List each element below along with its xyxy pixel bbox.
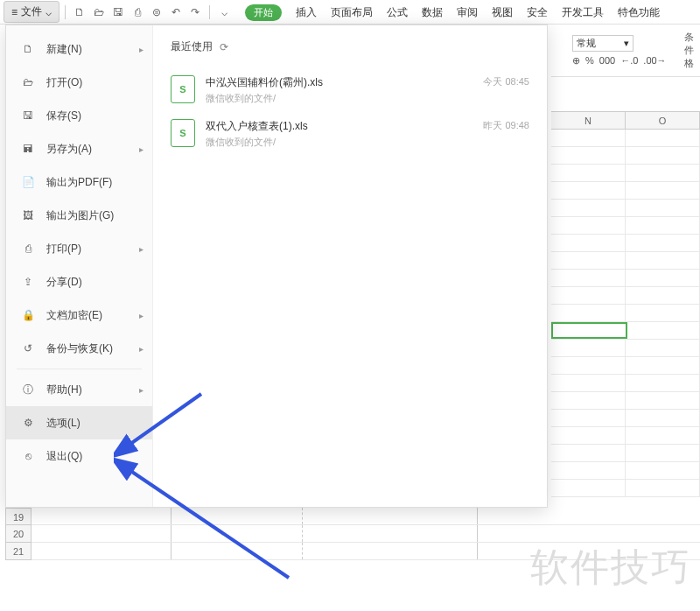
comma-icon[interactable]: 000 <box>599 55 615 67</box>
file-menu-panel: 🗋 新建(N) ▸ 🗁 打开(O) 🖫 保存(S) 🖬 另存为(A) ▸ 📄 输… <box>5 25 548 508</box>
save-icon: 🖫 <box>20 108 36 123</box>
menu-new[interactable]: 🗋 新建(N) ▸ <box>6 32 152 66</box>
percent-icon[interactable]: % <box>585 55 594 67</box>
file-path: 微信收到的文件/ <box>206 92 472 105</box>
recent-file-item[interactable]: S 中泓兴国辅料价(霸州).xls 微信收到的文件/ 今天 08:45 <box>171 68 529 112</box>
menu-label: 新建(N) <box>46 42 82 57</box>
tab-special[interactable]: 特色功能 <box>618 5 660 20</box>
lock-icon: 🔒 <box>20 307 36 323</box>
help-icon: ⓘ <box>20 382 36 397</box>
exit-icon: ⎋ <box>20 448 36 464</box>
menu-encrypt[interactable]: 🔒 文档加密(E) ▸ <box>6 298 152 332</box>
row-header[interactable]: 19 <box>5 508 32 525</box>
active-cell[interactable] <box>551 322 627 339</box>
grid-body[interactable] <box>551 130 700 497</box>
menu-label: 打开(O) <box>46 75 82 90</box>
menu-backup[interactable]: ↺ 备份与恢复(K) ▸ <box>6 332 152 365</box>
tab-data[interactable]: 数据 <box>422 5 443 20</box>
number-format-icons: ⊕ % 000 ←.0 .00→ <box>572 55 667 67</box>
chevron-right-icon: ▸ <box>139 344 144 354</box>
menu-options[interactable]: ⚙ 选项(L) <box>6 406 152 439</box>
column-header[interactable]: O <box>626 112 700 129</box>
chevron-right-icon: ▸ <box>139 144 144 154</box>
currency-icon[interactable]: ⊕ <box>572 55 580 67</box>
menu-label: 输出为图片(G) <box>46 208 114 223</box>
menu-label: 备份与恢复(K) <box>46 341 113 356</box>
menu-label: 分享(D) <box>46 275 82 290</box>
row-header[interactable]: 20 <box>5 525 32 543</box>
tab-review[interactable]: 审阅 <box>457 5 478 20</box>
tab-view[interactable]: 视图 <box>492 5 513 20</box>
refresh-icon[interactable]: ⟳ <box>220 41 228 53</box>
tab-layout[interactable]: 页面布局 <box>331 5 373 20</box>
file-name: 中泓兴国辅料价(霸州).xls <box>206 75 472 90</box>
menu-label: 打印(P) <box>46 242 81 256</box>
conditional-format-label[interactable]: 条件格 <box>684 31 694 70</box>
tab-security[interactable]: 安全 <box>527 5 548 20</box>
ribbon-tabs: 开始 插入 页面布局 公式 数据 审阅 视图 安全 开发工具 特色功能 <box>0 2 660 23</box>
menu-exit[interactable]: ⎋ 退出(Q) <box>6 439 152 473</box>
file-time: 昨天 09:48 <box>483 119 529 132</box>
tab-start[interactable]: 开始 <box>245 4 282 21</box>
column-headers: N O <box>551 112 700 130</box>
share-icon: ⇪ <box>20 274 36 290</box>
row-header[interactable]: 21 <box>5 543 32 560</box>
open-icon: 🗁 <box>20 74 36 90</box>
file-menu-list: 🗋 新建(N) ▸ 🗁 打开(O) 🖫 保存(S) 🖬 另存为(A) ▸ 📄 输… <box>6 25 153 507</box>
tab-formula[interactable]: 公式 <box>387 5 408 20</box>
menu-help[interactable]: ⓘ 帮助(H) ▸ <box>6 373 152 406</box>
recent-label: 最近使用 <box>171 39 213 54</box>
menu-share[interactable]: ⇪ 分享(D) <box>6 265 152 298</box>
menu-label: 保存(S) <box>46 109 81 123</box>
separator <box>17 369 142 369</box>
backup-icon: ↺ <box>20 341 36 356</box>
decrease-decimal-icon[interactable]: ←.0 <box>620 55 638 67</box>
formula-bar-area <box>551 77 700 112</box>
chevron-right-icon: ▸ <box>139 311 144 320</box>
chevron-down-icon: ▾ <box>624 38 629 49</box>
menu-label: 另存为(A) <box>46 142 92 157</box>
print-icon: ⎙ <box>20 241 36 256</box>
recent-files-panel: 最近使用 ⟳ S 中泓兴国辅料价(霸州).xls 微信收到的文件/ 今天 08:… <box>153 25 547 507</box>
ribbon-number-group: 常规 ▾ ⊕ % 000 ←.0 .00→ 条件格 <box>551 25 700 77</box>
pdf-icon: 📄 <box>20 174 36 190</box>
menu-label: 输出为PDF(F) <box>46 175 112 190</box>
file-name: 双代入户核查表(1).xls <box>206 119 472 134</box>
chevron-right-icon: ▸ <box>139 244 144 254</box>
file-time: 今天 08:45 <box>483 75 529 88</box>
number-format-label: 常规 <box>577 37 596 50</box>
menu-label: 选项(L) <box>46 416 80 431</box>
menu-label: 帮助(H) <box>46 383 82 397</box>
menu-label: 文档加密(E) <box>46 308 102 323</box>
grid-below-menu[interactable] <box>32 508 700 560</box>
gear-icon: ⚙ <box>20 415 36 431</box>
menu-label: 退出(Q) <box>46 449 82 464</box>
menu-save[interactable]: 🖫 保存(S) <box>6 99 152 132</box>
menu-export-pdf[interactable]: 📄 输出为PDF(F) <box>6 165 152 199</box>
xls-file-icon: S <box>171 75 195 103</box>
menu-print[interactable]: ⎙ 打印(P) ▸ <box>6 232 152 265</box>
tab-insert[interactable]: 插入 <box>296 5 317 20</box>
menu-open[interactable]: 🗁 打开(O) <box>6 66 152 99</box>
saveas-icon: 🖬 <box>20 141 36 157</box>
recent-header: 最近使用 ⟳ <box>171 39 529 54</box>
column-header[interactable]: N <box>551 112 626 129</box>
new-icon: 🗋 <box>20 41 36 57</box>
chevron-right-icon: ▸ <box>139 45 144 54</box>
image-icon: 🖼 <box>20 207 36 223</box>
tab-devtools[interactable]: 开发工具 <box>562 5 604 20</box>
menu-saveas[interactable]: 🖬 另存为(A) ▸ <box>6 132 152 165</box>
menu-export-image[interactable]: 🖼 输出为图片(G) <box>6 199 152 232</box>
increase-decimal-icon[interactable]: .00→ <box>643 55 666 67</box>
file-path: 微信收到的文件/ <box>206 136 472 149</box>
number-format-select[interactable]: 常规 ▾ <box>572 35 634 52</box>
chevron-right-icon: ▸ <box>139 385 144 395</box>
row-headers: 19 20 21 <box>5 508 32 560</box>
xls-file-icon: S <box>171 119 195 147</box>
recent-file-item[interactable]: S 双代入户核查表(1).xls 微信收到的文件/ 昨天 09:48 <box>171 112 529 156</box>
